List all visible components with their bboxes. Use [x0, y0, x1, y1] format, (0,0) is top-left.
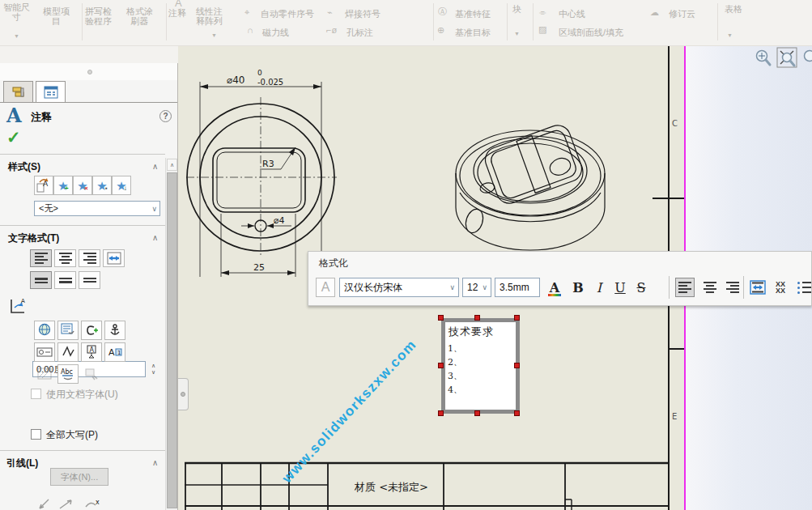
align-bottom-button[interactable] [79, 271, 100, 289]
auto-balloon-button[interactable]: 自动零件序号 [261, 9, 314, 19]
collapse-chevron-icon[interactable]: ∧ [152, 458, 158, 467]
fmt-align-center-button[interactable] [700, 278, 720, 297]
note-line[interactable]: 4、 [448, 385, 516, 394]
align-top-button[interactable] [30, 271, 52, 289]
ok-check-icon[interactable]: ✓ [6, 128, 21, 147]
insert-hyperlink-button[interactable] [34, 321, 55, 340]
dim-diameter-text[interactable]: ⌀40 [227, 74, 245, 86]
area-hatch-fill-button[interactable]: 区域剖面线/填充 [559, 28, 623, 37]
resize-handle[interactable] [474, 410, 480, 416]
angle-spinner[interactable]: ∧∨ [148, 361, 159, 377]
block-button[interactable]: 块 [512, 4, 521, 14]
style-load-button[interactable]: ★↓ [112, 176, 131, 195]
resize-handle[interactable] [514, 315, 520, 321]
gtol-button[interactable] [34, 342, 55, 362]
tab-divider [0, 102, 178, 103]
fmt-align-left-button[interactable] [675, 278, 695, 297]
chevron-down-icon[interactable]: ▼ [514, 31, 520, 36]
dim-width-text[interactable]: 25 [253, 262, 265, 273]
drawing-view-front[interactable]: ⌀40 0 -0.025 R3 ⌀4 25 [185, 62, 340, 282]
spell-checker-button[interactable]: 拼写检 验程序 [85, 6, 112, 26]
chevron-down-icon: ∨ [151, 205, 157, 213]
align-right-button[interactable] [79, 249, 100, 267]
dim-tol-lower-text[interactable]: -0.025 [257, 78, 283, 87]
zoom-area-icon[interactable] [776, 47, 798, 69]
property-manager-tab[interactable] [36, 81, 66, 103]
model-items-button[interactable]: 模型项 目 [43, 6, 70, 26]
datum-feature-button[interactable]: A [81, 342, 102, 362]
format-painter-button[interactable]: 格式涂 刷器 [126, 6, 153, 26]
collapse-chevron-icon[interactable]: ∧ [152, 233, 158, 242]
datum-target-button[interactable]: 基准目标 [455, 28, 491, 37]
help-icon[interactable]: ? [159, 110, 172, 122]
justify-button[interactable] [103, 249, 125, 267]
datum-feature-button[interactable]: 基准特征 [455, 9, 491, 19]
note-line[interactable]: 1、 [448, 344, 516, 353]
note-title[interactable]: 技术要求 [449, 325, 516, 339]
drawing-view-isometric[interactable] [447, 113, 619, 256]
style-dropdown[interactable]: <无> ∨ [34, 201, 160, 216]
fmt-justify-button[interactable] [747, 278, 768, 297]
align-left-button[interactable] [30, 249, 52, 267]
style-add-button[interactable]: ★+ [53, 176, 73, 195]
strikethrough-button[interactable]: S [632, 278, 650, 297]
align-middle-button[interactable] [54, 271, 76, 289]
dim-hole-text[interactable]: ⌀4 [274, 215, 285, 226]
panel-splitter[interactable] [0, 63, 178, 80]
panel-scrollbar[interactable]: ∧ [165, 158, 177, 510]
note-button[interactable]: 注释 [168, 8, 186, 18]
spell-check-link-button[interactable]: Abc [57, 364, 79, 384]
resize-handle[interactable] [438, 363, 444, 368]
text-format-section-label: 文字格式(T) [8, 232, 59, 245]
leader-style-buttons-partial[interactable]: x [36, 499, 133, 510]
italic-button[interactable]: I [590, 278, 608, 297]
cross-reference-button[interactable]: A 1 [104, 342, 125, 362]
style-delete-button[interactable]: ★× [73, 176, 92, 195]
chevron-down-icon[interactable]: ▼ [14, 33, 19, 39]
bullet-list-button[interactable] [794, 278, 812, 297]
resize-handle[interactable] [438, 410, 444, 416]
note-line[interactable]: 3、 [448, 372, 516, 380]
add-symbol-button[interactable] [81, 321, 102, 340]
scroll-up-button[interactable]: ∧ [167, 159, 177, 171]
scrollbar-thumb[interactable] [167, 172, 177, 508]
chevron-down-icon[interactable]: ▼ [727, 32, 733, 38]
resize-handle[interactable] [438, 315, 444, 321]
align-center-button[interactable] [54, 249, 76, 267]
revision-cloud-button[interactable]: 修订云 [669, 9, 695, 19]
bold-button[interactable]: B [569, 278, 587, 297]
style-save-button[interactable]: ★▪ [92, 176, 112, 195]
underline-button[interactable]: U [611, 278, 629, 297]
note-line[interactable]: 2、 [448, 358, 516, 367]
linear-note-pattern-button[interactable]: 线性注 释阵列 [196, 6, 223, 26]
font-color-button[interactable]: A [545, 276, 564, 299]
collapse-chevron-icon[interactable]: ∧ [152, 162, 158, 171]
dim-tol-upper-text[interactable]: 0 [257, 69, 262, 77]
zoom-inout-icon[interactable] [801, 49, 812, 68]
chevron-down-icon[interactable]: ▼ [211, 32, 217, 38]
resize-handle[interactable] [474, 315, 480, 321]
surface-finish-button[interactable] [57, 342, 79, 362]
resize-handle[interactable] [514, 410, 520, 416]
font-size-select[interactable]: 12 ∨ [462, 278, 491, 297]
smart-dimension-button[interactable]: 智能尺 寸 [3, 2, 30, 22]
font-family-select[interactable]: 汉仪长仿宋体 ∨ [339, 278, 459, 297]
link-to-property-button[interactable] [57, 321, 79, 340]
fmt-align-right-button[interactable] [723, 278, 742, 297]
note-edit-box[interactable]: 技术要求 1、 2、 3、 4、 [441, 318, 520, 414]
resize-handle[interactable] [514, 363, 520, 368]
panel-collapse-handle[interactable] [178, 378, 189, 410]
zoom-fit-icon[interactable] [754, 49, 773, 68]
hole-callout-button[interactable]: 孔标注 [346, 28, 373, 37]
stack-text-button[interactable]: XXXX [770, 278, 791, 297]
tables-button[interactable]: 表格 [725, 4, 742, 14]
text-height-input[interactable]: 3.5mm [495, 278, 540, 297]
all-caps-checkbox[interactable] [31, 429, 41, 440]
magnetic-line-button[interactable]: 磁力线 [262, 28, 289, 37]
style-no-style-button[interactable]: A [34, 176, 53, 195]
lock-note-button[interactable] [104, 321, 125, 340]
feature-tree-tab[interactable] [3, 81, 33, 103]
dim-radius-text[interactable]: R3 [262, 159, 274, 169]
weld-symbol-button[interactable]: 焊接符号 [345, 9, 380, 19]
centerline-button[interactable]: 中心线 [559, 9, 585, 19]
